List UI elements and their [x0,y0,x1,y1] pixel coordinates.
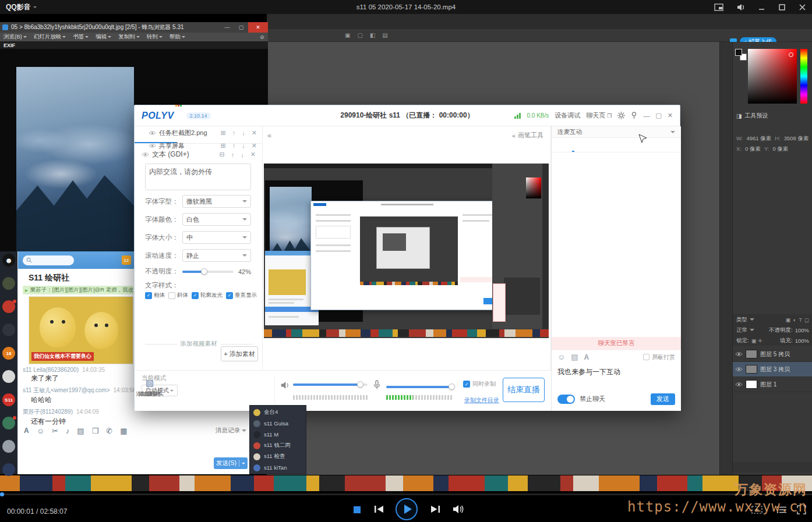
layer-down-icon[interactable]: ↓ [242,129,245,136]
transform-w-value[interactable]: 4961 像素 [746,135,771,143]
member-row[interactable]: s11 kiTan [250,462,306,473]
visibility-eye-icon[interactable] [142,152,149,157]
transform-x-value[interactable]: 0 像素 [745,145,761,153]
media-layer-row[interactable]: 任务栏截图2.png ⊞ ↑ ↓ ✕ [149,126,263,139]
layer-name[interactable]: 图层 5 拷贝 [760,350,790,358]
qq-avatar[interactable] [2,300,15,313]
qq-avatar[interactable] [2,463,15,476]
layer-thumbnail[interactable] [746,365,757,374]
font-color-select[interactable]: 白色 [182,213,251,226]
opacity-slider[interactable] [182,271,234,273]
member-row[interactable]: s11 钱二两 [250,440,306,451]
speaker-volume-slider[interactable] [293,383,368,386]
browser-block-icon[interactable]: ⊘ [260,34,264,40]
font-family-select[interactable]: 微软雅黑 [182,195,251,208]
layer-name[interactable]: 图层 3 拷贝 [760,365,790,374]
selection-add-icon[interactable]: ▢ [357,32,362,38]
color-picker-cursor[interactable] [789,52,793,57]
close-icon[interactable] [799,3,806,11]
style-checkbox[interactable]: 粗体 [145,292,165,299]
polyv-minimize-button[interactable]: — [643,112,649,119]
polyv-chat-tab[interactable] [615,138,617,152]
ps-layer-row[interactable]: 图层 1 [733,377,812,392]
voice-icon[interactable]: ♪ [66,427,70,435]
layer-up-icon[interactable]: ↑ [231,151,235,158]
layer-settings-icon[interactable]: ⊞ [221,129,226,137]
image-icon[interactable]: ▤ [77,427,84,435]
settings-gear-icon[interactable] [617,112,625,119]
minimize-icon[interactable] [758,3,765,11]
browser-menu-item[interactable]: 书签 [73,33,89,41]
next-button[interactable] [430,505,440,513]
font-icon[interactable]: A [24,427,29,435]
browser-menu-item[interactable]: 复制到 [118,33,140,41]
qq-avatar[interactable] [2,277,15,290]
style-checkbox[interactable]: 轮廓发光 [192,292,223,299]
group-notice[interactable]: ▸ 栗苏子：[图片][图片][图片]@R 老师，我改好了， [23,286,133,294]
send-button[interactable]: 发送(S) [214,457,248,469]
qq-avatar[interactable]: 18 [2,347,15,360]
layer-up-icon[interactable]: ↑ [232,129,236,136]
image-icon[interactable]: ▤ [571,353,578,361]
emoji-icon[interactable]: ☺ [37,427,44,435]
filter-adjust-icon[interactable]: ◐ [793,317,797,323]
chat-message-area[interactable] [552,152,681,337]
record-dir-link[interactable]: 录制文件目录 [464,396,499,404]
layers-filter-label[interactable]: 类型 [736,316,747,324]
polyv-chat-tab[interactable] [658,138,661,152]
chat-input[interactable]: 我也来参与一下互动 [552,364,681,387]
chat-send-button[interactable]: 发送 [651,393,675,405]
layer-down-icon[interactable]: ↓ [241,151,244,158]
hue-slider[interactable] [800,49,807,104]
visibility-eye-icon[interactable] [149,143,156,148]
qq-avatar[interactable] [2,417,15,429]
pin-icon[interactable] [631,112,637,119]
member-row[interactable]: s11 Guisa [250,418,306,429]
style-checkbox[interactable]: 垂直显示 [226,292,257,299]
collapse-left-chevron[interactable]: « [267,131,271,140]
filter-shape-icon[interactable]: ◻ [804,317,809,323]
call-icon[interactable]: ✆ [106,427,112,435]
qq-avatar[interactable]: S11 [2,393,15,406]
browser-menu-item[interactable]: 转到 [147,33,163,41]
add-ppt-button[interactable]: ▥ 添加PPT [135,378,165,398]
folder-icon[interactable]: ❒ [92,427,99,435]
audio-effect-icon[interactable] [736,3,745,11]
chat-photo[interactable]: 我们仙女根本不需要良心 [29,296,133,364]
overlay-text-input[interactable]: 内部交流，请勿外传 [145,164,251,190]
apps-icon[interactable]: ▦ [120,427,127,435]
qq-avatar[interactable] [2,440,15,453]
browser-menu-item[interactable]: 编辑 [96,33,111,41]
history-button[interactable]: 消息记录 [216,427,246,435]
filter-pixel-icon[interactable]: ▣ [786,317,791,323]
browser-image-mountains[interactable] [16,67,134,251]
selection-subtract-icon[interactable]: ◧ [370,32,375,38]
add-material-button[interactable]: + 添加素材 [221,346,258,361]
blend-mode-select[interactable]: 正常 [736,326,747,334]
layer-delete-icon[interactable]: ✕ [252,142,257,150]
block-reward-checkbox[interactable]: 屏蔽打赏 [643,353,675,361]
brush-tools-toggle[interactable]: «画笔工具 [512,131,543,140]
live-preview-canvas[interactable] [264,164,549,338]
layer-settings-icon[interactable]: ⊞ [221,142,226,150]
qq-avatar[interactable] [2,370,15,383]
selection-new-icon[interactable]: ▣ [345,32,350,38]
lock-icons[interactable]: ▣ ✛ [751,338,763,344]
member-row[interactable]: s11 M [250,429,306,440]
emoji-icon[interactable]: ☺ [557,353,565,361]
browser-menu-item[interactable]: 浏览(B) [3,33,27,41]
browser-menu-item[interactable]: 帮助 [170,33,185,41]
font-size-select[interactable]: 中 [182,231,251,244]
layer-thumbnail[interactable] [746,380,757,389]
qq-avatar[interactable] [2,324,15,336]
opacity-slider-knob[interactable] [201,268,207,275]
polyv-maximize-button[interactable]: ▢ [655,112,661,119]
layer-down-icon[interactable]: ↓ [242,142,245,149]
scroll-speed-select[interactable]: 静止 [182,249,251,262]
layer-name[interactable]: 图层 1 [760,381,776,389]
visibility-eye-icon[interactable] [149,130,156,136]
message-input[interactable] [18,436,251,456]
layer-delete-icon[interactable]: ✕ [252,129,257,137]
stop-button[interactable] [354,506,361,513]
selection-intersect-icon[interactable]: ▤ [382,32,387,38]
